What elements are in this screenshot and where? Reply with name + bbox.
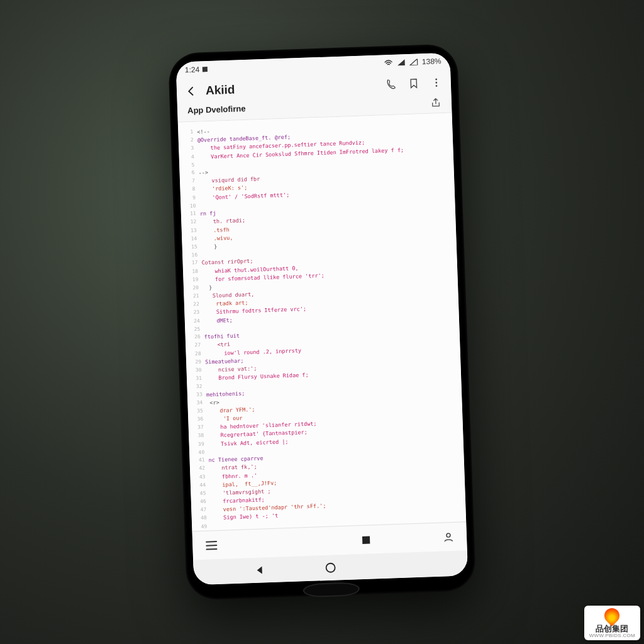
svg-rect-0 xyxy=(203,67,208,72)
svg-point-2 xyxy=(435,82,437,84)
physical-home-button[interactable] xyxy=(303,582,360,597)
stop-icon[interactable] xyxy=(362,535,370,544)
share-icon[interactable] xyxy=(430,97,442,109)
nav-back-icon[interactable] xyxy=(254,565,265,575)
code-pane[interactable]: 1<!--2@Override tandeBase_ft. @ref;3 the… xyxy=(178,113,466,531)
back-button[interactable] xyxy=(186,86,197,97)
phone-frame: 1:24 138% Akiid App Dvelofi xyxy=(168,43,476,601)
wifi-icon xyxy=(384,60,393,66)
status-time: 1:24 xyxy=(185,65,200,75)
svg-point-1 xyxy=(435,79,437,80)
user-icon[interactable] xyxy=(443,531,455,543)
more-vert-icon[interactable] xyxy=(431,77,443,89)
svg-point-5 xyxy=(447,533,450,537)
watermark-text-url: WWW.PBIDS.COM xyxy=(589,633,635,639)
svg-point-6 xyxy=(326,564,335,572)
svg-point-3 xyxy=(436,85,438,87)
phone-icon[interactable] xyxy=(386,79,397,91)
nav-home-icon[interactable] xyxy=(325,562,336,574)
bookmark-icon[interactable] xyxy=(408,77,420,89)
hamburger-icon[interactable] xyxy=(205,540,218,551)
flame-icon xyxy=(601,605,623,626)
phone-screen: 1:24 138% Akiid App Dvelofi xyxy=(175,53,468,586)
svg-rect-4 xyxy=(362,536,370,543)
status-battery: 138% xyxy=(422,57,441,66)
app-title: Akiid xyxy=(206,78,377,97)
signal-icon-2 xyxy=(409,58,418,65)
watermark-badge: 品创集团 WWW.PBIDS.COM xyxy=(584,606,640,640)
status-app-icon xyxy=(202,66,208,72)
signal-icon xyxy=(397,59,406,65)
